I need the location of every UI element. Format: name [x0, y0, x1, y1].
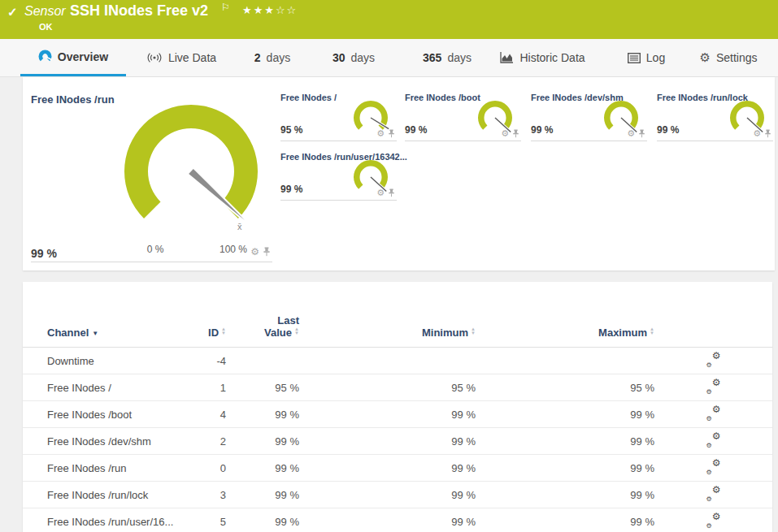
tab-historic-data[interactable]: Historic Data: [496, 39, 589, 76]
pushpin-icon[interactable]: [638, 129, 645, 138]
pushpin-icon[interactable]: [512, 129, 519, 138]
maximum-value: 95 %: [476, 382, 654, 394]
minimum-value: 95 %: [299, 382, 476, 394]
table-row: Free INodes /run/user/16... 5 99 % 99 % …: [23, 508, 772, 532]
minimum-value: 99 %: [299, 516, 476, 528]
gauge-scale-max: 100 %: [213, 244, 254, 255]
pushpin-icon[interactable]: [388, 129, 395, 138]
gauge-title: Free INodes /run: [31, 93, 115, 106]
channel-name: Free INodes /run/user/16...: [47, 516, 177, 528]
sensor-header: ✓ Sensor SSH INodes Free v2 ⚐ ★★★☆☆ OK: [0, 0, 778, 39]
channel-settings-icon[interactable]: ⚙⚙: [706, 379, 721, 394]
column-header-last-value[interactable]: Last Value▲▼: [226, 314, 299, 347]
gear-icon[interactable]: ⚙: [627, 129, 635, 138]
maximum-value: 99 %: [476, 516, 654, 528]
channel-table-panel: Channel▼ ID▲▼ Last Value▲▼ Minimum▲▼ Max…: [23, 282, 772, 532]
sensor-title: SSH INodes Free v2: [70, 2, 208, 19]
table-row: Free INodes / 1 95 % 95 % 95 % ⚙⚙: [23, 374, 772, 401]
column-header-minimum[interactable]: Minimum▲▼: [299, 327, 476, 347]
column-header-maximum[interactable]: Maximum▲▼: [476, 327, 654, 347]
sort-desc-icon: ▼: [92, 330, 98, 337]
last-value: 99 %: [226, 409, 299, 421]
minimum-value: 99 %: [299, 462, 476, 474]
channel-name: Free INodes /run: [47, 462, 177, 474]
channel-id: -4: [177, 355, 226, 367]
gauge-value: 99 %: [31, 247, 57, 260]
tile-actions: ⚙: [250, 247, 271, 257]
tab-overview[interactable]: Overview: [20, 39, 126, 76]
sensor-kind-label: Sensor: [24, 4, 66, 19]
last-value: 99 %: [226, 489, 299, 501]
channel-settings-icon[interactable]: ⚙⚙: [706, 460, 721, 474]
pushpin-icon[interactable]: [764, 129, 771, 138]
tile-divider: [657, 141, 773, 141]
gauge-tile-run-lock: Free INodes /run/lock 99 % ⚙: [657, 88, 773, 141]
tile-divider: [405, 141, 521, 141]
broadcast-icon: [146, 52, 163, 63]
gauge-value: 95 %: [280, 124, 302, 136]
channel-settings-icon[interactable]: ⚙⚙: [706, 487, 721, 501]
channel-id: 1: [177, 382, 226, 394]
gear-icon[interactable]: ⚙: [376, 129, 385, 138]
table-header-row: Channel▼ ID▲▼ Last Value▲▼ Minimum▲▼ Max…: [23, 282, 772, 348]
last-value: 95 %: [226, 382, 299, 394]
gauges-panel: Free INodes /run 0 % 100 % x̄ 99 % ⚙ Fre…: [23, 77, 775, 270]
channel-name: Free INodes /boot: [47, 409, 177, 421]
maximum-value: 99 %: [476, 462, 654, 474]
sort-icon: ▲▼: [650, 327, 654, 336]
gauge-tile-dev-shm: Free INodes /dev/shm 99 % ⚙: [531, 88, 647, 141]
tile-divider: [531, 141, 647, 141]
gauge-value: 99 %: [280, 184, 302, 195]
gauge-scale-min: 0 %: [135, 244, 176, 255]
table-row: Free INodes /dev/shm 2 99 % 99 % 99 % ⚙⚙: [23, 428, 772, 455]
tab-log[interactable]: Log: [619, 39, 673, 76]
gear-icon[interactable]: ⚙: [250, 247, 259, 257]
tab-365-days[interactable]: 365 days: [411, 39, 484, 76]
maximum-value: 99 %: [476, 435, 654, 448]
column-header-id[interactable]: ID▲▼: [177, 327, 226, 347]
channel-settings-icon[interactable]: ⚙⚙: [706, 406, 721, 421]
tab-2-days[interactable]: 2 days: [244, 39, 301, 76]
table-row: Downtime -4 ⚙⚙: [23, 348, 772, 374]
flag-icon[interactable]: ⚐: [221, 2, 230, 13]
gauge-tile-run-user: Free INodes /run/user/16342... 99 % ⚙: [280, 147, 397, 201]
minimum-value: 99 %: [299, 435, 476, 448]
gauge-title: Free INodes /boot: [405, 93, 480, 102]
channel-settings-icon[interactable]: ⚙⚙: [706, 513, 721, 528]
pushpin-icon[interactable]: [263, 247, 271, 257]
pushpin-icon[interactable]: [388, 188, 395, 197]
table-row: Free INodes /run 0 99 % 99 % 99 % ⚙⚙: [23, 455, 772, 482]
tab-live-data[interactable]: Live Data: [137, 39, 226, 76]
gauge-chart: [110, 90, 272, 253]
gauge-value: 99 %: [657, 124, 679, 136]
column-header-channel[interactable]: Channel▼: [47, 327, 177, 347]
maximum-value: 99 %: [476, 409, 654, 421]
area-chart-icon: [500, 52, 514, 63]
gear-icon[interactable]: ⚙: [753, 129, 761, 138]
priority-stars[interactable]: ★★★☆☆: [242, 4, 298, 16]
minimum-value: 99 %: [299, 489, 476, 501]
channel-id: 3: [177, 489, 226, 501]
minimum-value: 99 %: [299, 409, 476, 421]
tile-actions: ⚙: [627, 129, 645, 138]
gear-icon[interactable]: ⚙: [376, 188, 385, 197]
tile-actions: ⚙: [376, 188, 395, 197]
channel-name: Downtime: [47, 355, 177, 367]
tab-30-days[interactable]: 30 days: [321, 39, 386, 76]
tile-actions: ⚙: [376, 129, 395, 138]
last-value: 99 %: [226, 516, 299, 528]
tile-actions: ⚙: [753, 129, 771, 138]
table-row: Free INodes /boot 4 99 % 99 % 99 % ⚙⚙: [23, 401, 772, 428]
channel-settings-icon[interactable]: ⚙⚙: [706, 353, 721, 367]
tile-divider: [280, 200, 397, 201]
gear-icon[interactable]: ⚙: [501, 129, 509, 138]
gauge-tile-primary: Free INodes /run 0 % 100 % x̄ 99 % ⚙: [31, 85, 272, 262]
gear-icon: ⚙: [699, 50, 710, 65]
gauge-value: 99 %: [405, 124, 427, 136]
gauge-value: 99 %: [531, 124, 553, 136]
channel-id: 4: [177, 409, 226, 421]
channel-name: Free INodes /: [47, 382, 177, 394]
channel-id: 5: [177, 516, 226, 528]
tab-settings[interactable]: ⚙ Settings: [693, 39, 764, 76]
channel-settings-icon[interactable]: ⚙⚙: [706, 433, 721, 448]
